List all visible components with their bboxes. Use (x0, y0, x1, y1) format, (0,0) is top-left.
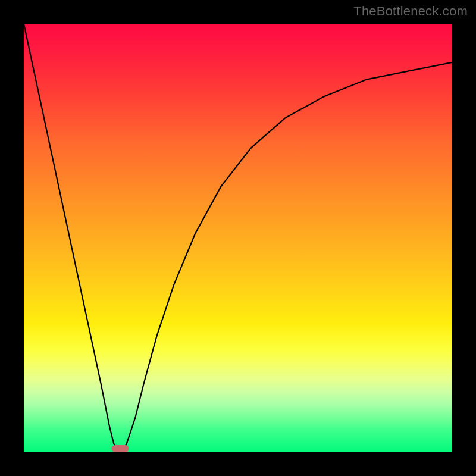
watermark-label: TheBottleneck.com (353, 4, 468, 19)
optimal-marker (112, 445, 129, 452)
bottleneck-curve (24, 24, 452, 452)
chart-frame: TheBottleneck.com (0, 0, 476, 476)
chart-svg (24, 24, 452, 452)
plot-area (24, 24, 452, 452)
